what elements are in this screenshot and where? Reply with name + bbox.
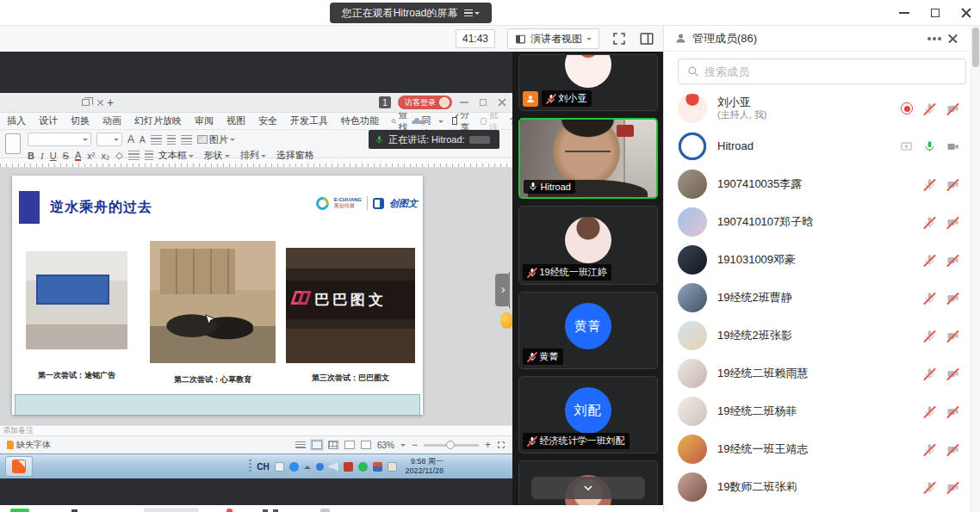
slide-canvas[interactable]: 逆水乘舟的过去 E-CHUANG 翼创传媒 创图文 <box>12 176 423 415</box>
menu-item[interactable]: 动画 <box>102 114 121 127</box>
wps-restore-icon[interactable] <box>479 98 487 107</box>
app-tray-icon[interactable] <box>316 463 324 471</box>
antivirus-tray-icon[interactable] <box>358 462 368 472</box>
video-tile[interactable]: Hitroad <box>518 118 658 199</box>
member-row[interactable]: 19经统二班杨菲 <box>664 392 980 430</box>
font-size-select[interactable] <box>96 133 122 146</box>
fullscreen-icon[interactable] <box>611 31 627 46</box>
panel-scrollbar[interactable] <box>971 26 980 512</box>
normal-view-icon[interactable] <box>312 441 322 449</box>
member-row[interactable]: 19经统一班王靖志 <box>664 430 980 468</box>
close-button[interactable] <box>961 8 971 18</box>
mic-icon[interactable] <box>923 443 936 456</box>
guest-login-button[interactable]: 访客登录 <box>398 96 452 109</box>
video-tile[interactable]: 刘配 经济统计学一班刘配 <box>518 376 658 453</box>
banner-menu-icon[interactable] <box>464 9 480 17</box>
align-left-icon[interactable] <box>151 135 162 145</box>
mic-icon[interactable] <box>923 178 936 191</box>
taskbar-clock[interactable]: 9:58 周一 2022/11/28 <box>406 457 443 477</box>
line-spacing-icon[interactable] <box>145 151 153 160</box>
video-tile[interactable]: 19经统一班江婷 <box>518 206 658 285</box>
paste-icon[interactable] <box>5 133 21 154</box>
camera-icon[interactable] <box>946 292 959 305</box>
tab-window-icons[interactable] <box>82 99 104 107</box>
panel-more-button[interactable] <box>933 37 936 40</box>
insert-picture-dropdown[interactable]: 图片 <box>197 133 235 146</box>
toolbar-icon-partial[interactable] <box>320 509 330 512</box>
zoom-slider-knob[interactable] <box>446 441 455 449</box>
tray-handle[interactable] <box>249 460 251 473</box>
member-row[interactable]: 19经统2班张影 <box>664 317 980 355</box>
mic-icon[interactable] <box>923 481 936 494</box>
mic-icon[interactable] <box>923 140 936 153</box>
share-button-partial[interactable] <box>144 508 199 512</box>
qq-icon[interactable] <box>289 462 299 472</box>
record-button-partial[interactable] <box>226 509 233 512</box>
menu-item[interactable]: 视图 <box>226 114 245 127</box>
camera-icon[interactable] <box>946 481 959 494</box>
maximize-button[interactable] <box>930 8 940 18</box>
mic-button-partial[interactable] <box>10 509 29 512</box>
language-indicator[interactable]: CH <box>257 462 269 472</box>
restore-icon[interactable] <box>82 99 90 106</box>
camera-icon[interactable] <box>946 367 959 380</box>
mic-icon[interactable] <box>923 254 936 267</box>
panel-scrollbar-thumb[interactable] <box>972 28 979 67</box>
keyboard-icon[interactable] <box>275 462 284 472</box>
mic-icon[interactable] <box>923 367 936 380</box>
format-button[interactable]: S <box>63 151 69 161</box>
format-button[interactable]: I <box>40 151 44 161</box>
view-mode-dropdown[interactable]: 演讲者视图 <box>507 28 599 49</box>
decrease-font-icon[interactable]: A <box>140 135 146 145</box>
camera-icon[interactable] <box>946 216 959 229</box>
font-family-select[interactable] <box>28 133 91 146</box>
zoom-slider[interactable] <box>424 444 479 447</box>
notes-tray-icon[interactable] <box>388 462 397 472</box>
mic-icon[interactable] <box>923 330 936 342</box>
camera-icon[interactable] <box>946 140 959 153</box>
new-tab-button[interactable]: + <box>107 96 114 109</box>
notes-toggle-icon[interactable] <box>295 441 306 449</box>
member-row[interactable]: 19数师二班张莉 <box>664 468 980 506</box>
wps-assistant-icon[interactable] <box>500 312 512 329</box>
mic-icon[interactable] <box>923 405 936 418</box>
toolbar-dropdown[interactable]: 文本框 <box>158 149 194 162</box>
missing-font-label[interactable]: 缺失字体 <box>16 439 51 451</box>
member-row[interactable]: 刘小亚 (主持人, 我) <box>664 89 980 127</box>
panel-close-button[interactable] <box>948 34 958 43</box>
align-center-icon[interactable] <box>167 135 176 145</box>
mic-icon[interactable] <box>923 292 936 305</box>
member-row[interactable]: 191031009邓豪 <box>664 241 980 279</box>
toolbar-dropdown[interactable]: 选择窗格 <box>276 149 314 162</box>
camera-icon[interactable] <box>946 330 959 342</box>
wps-taskbar-button[interactable] <box>5 456 33 477</box>
zoom-level[interactable]: 63% <box>377 441 394 450</box>
slide-sorter-icon[interactable] <box>328 441 338 449</box>
text-placeholder-bar[interactable] <box>15 394 420 415</box>
tray-expand-icon[interactable] <box>304 462 311 469</box>
member-search-input[interactable] <box>704 65 957 78</box>
menu-item[interactable]: 设计 <box>39 114 58 127</box>
minimize-button[interactable] <box>899 8 909 18</box>
video-tile[interactable] <box>518 460 658 505</box>
security-tray-icon[interactable] <box>344 462 353 472</box>
wps-close-icon[interactable] <box>498 98 506 107</box>
camera-icon[interactable] <box>946 102 959 115</box>
wps-minimize-icon[interactable] <box>460 98 468 107</box>
menu-item[interactable]: 切换 <box>71 114 90 127</box>
format-button[interactable]: ◇ <box>115 150 122 161</box>
camera-icon[interactable] <box>946 405 959 418</box>
increase-font-icon[interactable]: A <box>127 133 134 145</box>
watching-banner[interactable]: 您正在观看Hitroad的屏幕 <box>330 3 492 23</box>
member-row[interactable]: 1907410107郑子晗 <box>664 203 980 241</box>
menu-item[interactable]: 插入 <box>7 114 26 127</box>
fit-screen-icon[interactable] <box>497 441 506 449</box>
notes-bar[interactable]: 添加备注 <box>0 425 512 435</box>
member-row[interactable]: 19经统2班曹静 <box>664 279 980 317</box>
camera-icon[interactable] <box>946 178 959 191</box>
menu-item[interactable]: 安全 <box>258 114 277 127</box>
format-button[interactable]: A <box>75 151 81 161</box>
member-row[interactable]: 1907410035李露 <box>664 165 980 203</box>
volume-icon[interactable] <box>329 462 338 472</box>
member-search-box[interactable] <box>678 59 966 84</box>
